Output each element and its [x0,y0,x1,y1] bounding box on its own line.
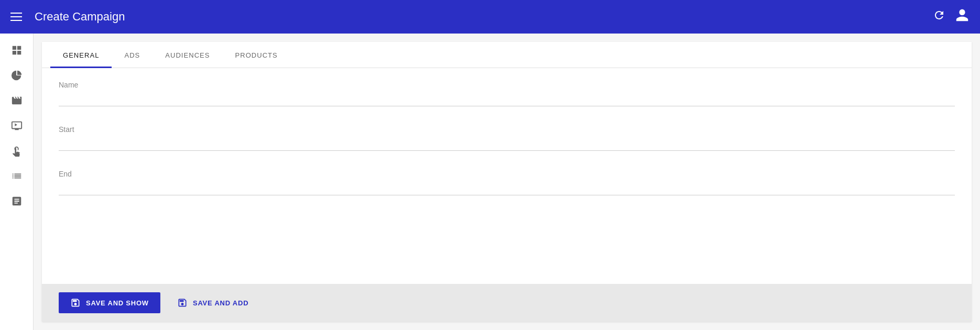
header-actions [933,8,970,26]
tab-products[interactable]: PRODUCTS [223,42,290,68]
sidebar-item-touch[interactable] [6,140,27,161]
sidebar-item-list[interactable] [6,166,27,186]
tab-audiences[interactable]: AUDIENCES [153,42,222,68]
menu-icon[interactable] [10,13,22,21]
sidebar-item-dashboard[interactable] [6,40,27,61]
save-and-show-button[interactable]: SAVE AND SHOW [59,292,160,313]
save-and-add-button[interactable]: SAVE AND ADD [169,292,257,313]
header: Create Campaign [0,0,980,34]
end-field-group: End [59,170,955,195]
save-add-label: SAVE AND ADD [193,299,248,307]
form-content: Name Start End [42,68,972,284]
tab-general[interactable]: GENERAL [50,42,112,68]
body-layout: GENERAL ADS AUDIENCES PRODUCTS Name Star… [0,34,980,330]
refresh-icon[interactable] [933,9,945,25]
start-field-group: Start [59,125,955,151]
main-content: GENERAL ADS AUDIENCES PRODUCTS Name Star… [34,34,980,330]
sidebar-item-video[interactable] [6,90,27,111]
sidebar [0,34,34,330]
form-card: GENERAL ADS AUDIENCES PRODUCTS Name Star… [42,42,972,322]
form-footer: SAVE AND SHOW SAVE AND ADD [42,284,972,322]
save-show-label: SAVE AND SHOW [86,299,149,307]
name-field-group: Name [59,81,955,106]
end-label: End [59,170,955,178]
start-label: Start [59,125,955,134]
user-icon[interactable] [955,8,970,26]
save-show-icon [70,298,81,308]
tabs: GENERAL ADS AUDIENCES PRODUCTS [42,42,972,68]
sidebar-item-tv[interactable] [6,115,27,136]
tab-ads[interactable]: ADS [112,42,153,68]
end-input[interactable] [59,181,955,195]
save-add-icon [177,298,188,308]
start-input[interactable] [59,137,955,151]
name-label: Name [59,81,955,89]
sidebar-item-chart[interactable] [6,65,27,86]
name-input[interactable] [59,92,955,106]
page-title: Create Campaign [35,10,933,24]
sidebar-item-playbox[interactable] [6,191,27,212]
